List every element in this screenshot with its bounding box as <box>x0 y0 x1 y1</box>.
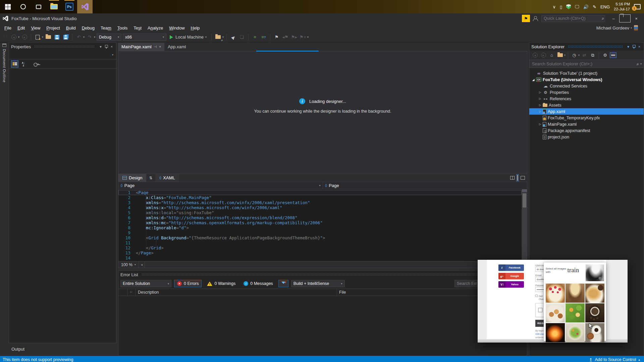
collapse-pane-button[interactable] <box>521 176 525 180</box>
solution-platform-combo[interactable]: x86▾ <box>123 34 166 41</box>
error-scope-combo[interactable]: Entire Solution▾ <box>120 280 171 287</box>
open-file-button[interactable] <box>45 34 52 41</box>
tab-mainpage-xaml[interactable]: MainPage.xaml ⊣ × <box>118 43 164 51</box>
new-project-button[interactable] <box>34 34 41 41</box>
cortana-button[interactable] <box>15 0 31 13</box>
menu-test[interactable]: Test <box>130 24 145 32</box>
solution-explorer-title-bar[interactable]: Solution Explorer ▾ × <box>529 43 644 51</box>
tree-item-project-json[interactable]: project.json <box>529 134 644 140</box>
categorized-view-button[interactable] <box>11 60 18 68</box>
menu-debug[interactable]: Debug <box>79 24 98 32</box>
tree-item-connected-services[interactable]: Connected Services <box>529 83 644 89</box>
account-name[interactable]: Michael Gordeev <box>596 25 629 31</box>
nav-members-combo[interactable]: ⟨⟩ Page <box>323 182 527 189</box>
toggle-bookmark-button[interactable]: ⚑ <box>273 34 280 41</box>
code-line-4[interactable]: 4 xmlns:x="http://schemas.microsoft.com/… <box>118 205 522 210</box>
save-all-button[interactable] <box>62 34 69 41</box>
account-dropdown-icon[interactable]: ▾ <box>631 26 632 29</box>
tree-item-references[interactable]: References <box>529 96 644 102</box>
navigate-forward-button[interactable]: ▸ <box>21 34 28 41</box>
clear-bookmarks-button[interactable]: ⚑× <box>299 34 307 41</box>
nav-types-combo[interactable]: ⟨⟩ Page ▾ <box>118 182 323 189</box>
error-list-title-bar[interactable]: Error List <box>118 270 527 279</box>
tree-item-foxtube-temporarykey-pfx[interactable]: FoxTube_TemporaryKey.pfx <box>529 115 644 121</box>
captcha-tile-coffee-cup[interactable] <box>585 323 604 342</box>
copy-parent-button[interactable]: ❏ <box>238 34 246 41</box>
task-view-button[interactable] <box>31 0 46 13</box>
se-views-dropdown-icon[interactable]: ▾ <box>564 54 566 57</box>
tree-item-mainpage-xaml[interactable]: MainPage.xaml <box>529 121 644 127</box>
tab-document-outline[interactable]: Document Outline <box>2 49 6 82</box>
menu-file[interactable]: File <box>1 24 14 32</box>
redo-dropdown-icon[interactable]: ▾ <box>94 36 95 39</box>
output-panel-label[interactable]: Output <box>9 343 116 352</box>
window-position-icon[interactable]: ▾ <box>626 45 631 49</box>
add-to-source-control-button[interactable]: ↥ Add to Source Control ▴ <box>589 357 644 362</box>
menu-project[interactable]: Project <box>43 24 63 32</box>
code-line-14[interactable]: 14 <box>118 255 522 260</box>
captcha-tile-glowing-bowl[interactable] <box>546 323 565 342</box>
code-line-1[interactable]: 1<Page <box>118 190 522 195</box>
expand-arrow-icon[interactable] <box>537 123 543 126</box>
swap-panes-button[interactable]: ⇅ <box>146 174 155 182</box>
build-intellisense-combo[interactable]: Build + IntelliSense▾ <box>291 280 345 287</box>
error-col-selector[interactable] <box>118 289 128 296</box>
tree-item-solution-foxtube-1-project-[interactable]: Solution 'FoxTube' (1 project) <box>529 70 644 76</box>
language-indicator[interactable]: ENG <box>600 4 610 9</box>
decrease-indent-button[interactable]: ≡ <box>251 34 259 41</box>
code-line-11[interactable]: 11 <box>118 240 522 245</box>
captcha-tile-breakfast-plate[interactable] <box>546 303 565 322</box>
menu-edit[interactable]: Edit <box>14 24 28 32</box>
split-editor-handle[interactable] <box>522 189 527 192</box>
usb-icon[interactable]: ▯ <box>560 4 562 9</box>
close-button[interactable]: × <box>631 14 642 22</box>
undo-button[interactable]: ↶ <box>75 34 83 41</box>
close-panel-icon[interactable]: × <box>109 45 114 49</box>
properties-title-bar[interactable]: Properties ▾ × <box>9 43 116 51</box>
editor-scrollbar[interactable] <box>522 189 527 261</box>
alphabetical-sort-button[interactable]: A↓Z <box>20 60 27 68</box>
captcha-tile-pancakes[interactable] <box>585 284 604 303</box>
clock[interactable]: 5:16 PM 22-Jul-17 <box>614 2 630 12</box>
solution-configuration-combo[interactable]: Debug▾ <box>97 34 121 41</box>
error-col-description[interactable]: Description <box>136 289 337 296</box>
menu-view[interactable]: View <box>28 24 43 32</box>
horizontal-split-button[interactable] <box>516 174 519 181</box>
captcha-tile-salad[interactable] <box>566 303 585 322</box>
hscroll-left-arrow[interactable]: ◂ <box>139 261 145 268</box>
expand-arrow-icon[interactable] <box>537 91 543 94</box>
tree-item-app-xaml[interactable]: App.xaml <box>529 108 644 115</box>
menu-analyze[interactable]: Analyze <box>145 24 166 32</box>
pin-icon[interactable] <box>105 45 107 49</box>
pin-icon[interactable] <box>633 45 635 49</box>
property-pages-button[interactable] <box>33 60 40 68</box>
code-line-9[interactable]: 9 <box>118 230 522 235</box>
menu-build[interactable]: Build <box>63 24 79 32</box>
menu-help[interactable]: Help <box>188 24 203 32</box>
expand-arrow-icon[interactable] <box>537 110 543 113</box>
captcha-tile-coffee-beans[interactable] <box>585 303 604 322</box>
increase-indent-button[interactable]: ≡? <box>260 34 267 41</box>
pen-icon[interactable]: ✎ <box>593 4 596 9</box>
account-avatar[interactable] <box>634 25 638 31</box>
scrollbar-thumb[interactable] <box>523 193 526 207</box>
vertical-split-button[interactable] <box>510 176 515 180</box>
code-line-6[interactable]: 6 xmlns:d="http://schemas.microsoft.com/… <box>118 215 522 220</box>
facebook-login-button[interactable]: fFacebook <box>498 264 524 271</box>
se-back-button[interactable]: ◂ <box>531 52 539 59</box>
menu-team[interactable]: Team <box>98 24 114 32</box>
newsletter-checkbox[interactable] <box>535 295 538 297</box>
tab-design[interactable]: Design <box>118 174 146 182</box>
restore-button[interactable] <box>619 14 631 22</box>
code-line-13[interactable]: 13</Page> <box>118 250 522 255</box>
yahoo-login-button[interactable]: Y!Yahoo <box>498 281 524 288</box>
code-line-5[interactable]: 5 xmlns:local="using:FoxTube" <box>118 210 522 215</box>
code-line-2[interactable]: 2 x:Class="FoxTube.MainPage" <box>118 195 522 200</box>
se-preview-selected-button[interactable] <box>610 52 616 58</box>
tree-item-assets[interactable]: Assets <box>529 102 644 108</box>
captcha-tile-strawberry-cake[interactable] <box>546 284 565 303</box>
promote-tab-icon[interactable]: ⊣ <box>154 45 157 49</box>
send-feedback-icon[interactable] <box>533 16 539 21</box>
menu-window[interactable]: Window <box>166 24 187 32</box>
errors-filter-button[interactable]: ×0 Errors <box>174 280 202 287</box>
